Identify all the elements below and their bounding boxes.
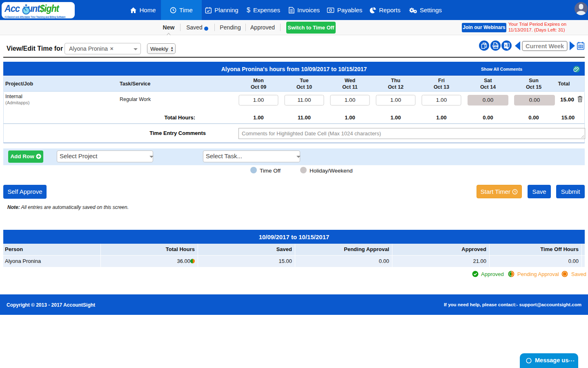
svg-text:X: X xyxy=(505,44,507,47)
svg-text:PDF: PDF xyxy=(493,45,497,47)
